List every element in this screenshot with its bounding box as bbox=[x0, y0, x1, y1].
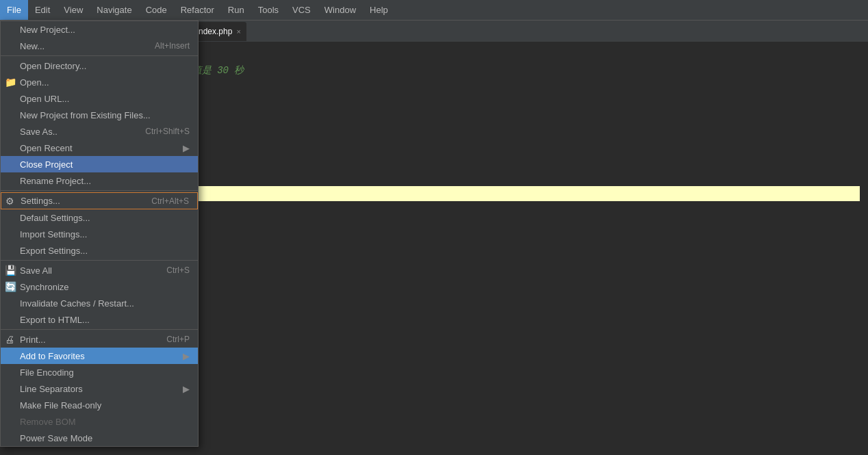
menu-new-project[interactable]: New Project... bbox=[1, 21, 198, 38]
menu-shortcut: Ctrl+Alt+S bbox=[151, 196, 189, 206]
separator bbox=[1, 190, 198, 191]
menu-label: Import Settings... bbox=[20, 229, 87, 239]
menu-export-html[interactable]: Export to HTML... bbox=[1, 311, 198, 328]
arrow-icon: ▶ bbox=[183, 143, 190, 153]
menu-file-encoding[interactable]: File Encoding bbox=[1, 364, 198, 380]
menu-power-save[interactable]: Power Save Mode bbox=[1, 430, 198, 446]
menu-label: Synchronize bbox=[20, 282, 69, 292]
menu-shortcut: Ctrl+P bbox=[166, 335, 190, 344]
menu-label: Save All bbox=[20, 265, 52, 276]
arrow-icon: ▶ bbox=[183, 351, 190, 361]
menubar: File Edit View Navigate Code Refactor Ru… bbox=[0, 0, 868, 21]
menu-new[interactable]: New... Alt+Insert bbox=[1, 38, 198, 54]
menu-label: Default Settings... bbox=[20, 213, 90, 223]
menu-open-recent[interactable]: Open Recent ▶ bbox=[1, 140, 198, 156]
menubar-item-view[interactable]: View bbox=[57, 0, 90, 20]
menu-label: Add to Favorites bbox=[20, 351, 85, 361]
menubar-item-refactor[interactable]: Refactor bbox=[174, 0, 221, 20]
menu-shortcut: Ctrl+Shift+S bbox=[145, 127, 190, 136]
menu-open[interactable]: 📁 Open... bbox=[1, 74, 198, 90]
menu-label: Open URL... bbox=[20, 94, 69, 104]
menu-default-settings[interactable]: Default Settings... bbox=[1, 209, 198, 226]
menu-close-project[interactable]: Close Project bbox=[1, 156, 198, 172]
menu-label: Power Save Mode bbox=[20, 433, 92, 443]
separator bbox=[1, 55, 198, 56]
menubar-item-navigate[interactable]: Navigate bbox=[90, 0, 138, 20]
menu-rename-project[interactable]: Rename Project... bbox=[1, 172, 198, 189]
menu-label: Save As.. bbox=[20, 127, 58, 137]
menubar-item-vcs[interactable]: VCS bbox=[285, 0, 318, 20]
menu-save-as[interactable]: Save As.. Ctrl+Shift+S bbox=[1, 123, 198, 140]
menu-label: New... bbox=[20, 41, 44, 51]
menu-label: Open Recent bbox=[20, 143, 73, 153]
sync-icon: 🔄 bbox=[5, 281, 16, 292]
menubar-item-help[interactable]: Help bbox=[363, 0, 395, 20]
menubar-item-code[interactable]: Code bbox=[139, 0, 174, 20]
menu-label: Open Directory... bbox=[20, 61, 86, 71]
menu-open-url[interactable]: Open URL... bbox=[1, 90, 198, 107]
arrow-icon: ▶ bbox=[183, 384, 190, 394]
save-icon: 💾 bbox=[5, 265, 16, 276]
menu-label: Remove BOM bbox=[20, 417, 76, 427]
file-menu: New Project... New... Alt+Insert Open Di… bbox=[0, 21, 199, 447]
menu-shortcut: Alt+Insert bbox=[155, 41, 190, 51]
file-dropdown: New Project... New... Alt+Insert Open Di… bbox=[0, 21, 199, 447]
menu-label: Open... bbox=[20, 77, 49, 88]
menu-import-settings[interactable]: Import Settings... bbox=[1, 226, 198, 242]
menubar-item-window[interactable]: Window bbox=[318, 0, 363, 20]
tab-label: index.php bbox=[196, 27, 232, 36]
menu-shortcut: Ctrl+S bbox=[166, 265, 190, 275]
menu-add-to-favorites[interactable]: Add to Favorites ▶ bbox=[1, 348, 198, 364]
menu-label: Rename Project... bbox=[20, 176, 91, 186]
menu-save-all[interactable]: 💾 Save All Ctrl+S bbox=[1, 262, 198, 278]
folder-icon: 📁 bbox=[5, 77, 16, 88]
menu-label: Invalidate Caches / Restart... bbox=[20, 298, 134, 309]
menu-invalidate-caches[interactable]: Invalidate Caches / Restart... bbox=[1, 295, 198, 311]
menu-remove-bom[interactable]: Remove BOM bbox=[1, 413, 198, 430]
print-icon: 🖨 bbox=[5, 334, 14, 345]
menu-label: File Encoding bbox=[20, 367, 74, 378]
menu-synchronize[interactable]: 🔄 Synchronize bbox=[1, 278, 198, 295]
menu-settings[interactable]: ⚙ Settings... Ctrl+Alt+S bbox=[1, 192, 198, 209]
menu-label: Line Separators bbox=[20, 384, 83, 394]
menu-new-from-existing[interactable]: New Project from Existing Files... bbox=[1, 107, 198, 123]
menu-label: Print... bbox=[20, 335, 46, 345]
separator bbox=[1, 260, 198, 261]
menu-export-settings[interactable]: Export Settings... bbox=[1, 242, 198, 259]
separator bbox=[1, 329, 198, 330]
menu-label: New Project from Existing Files... bbox=[20, 110, 151, 120]
menubar-item-edit[interactable]: Edit bbox=[28, 0, 57, 20]
menu-label: Make File Read-only bbox=[20, 400, 101, 411]
menu-label: Export Settings... bbox=[20, 246, 88, 256]
tab-close-index[interactable]: × bbox=[236, 27, 240, 36]
gear-icon: ⚙ bbox=[5, 196, 14, 207]
menu-make-read-only[interactable]: Make File Read-only bbox=[1, 397, 198, 413]
menubar-item-file[interactable]: File bbox=[0, 0, 28, 20]
menu-label: New Project... bbox=[20, 25, 75, 35]
menubar-item-run[interactable]: Run bbox=[221, 0, 251, 20]
menu-label: Export to HTML... bbox=[20, 315, 90, 325]
menu-line-separators[interactable]: Line Separators ▶ bbox=[1, 380, 198, 397]
menu-label: Close Project bbox=[20, 159, 73, 170]
menu-print[interactable]: 🖨 Print... Ctrl+P bbox=[1, 331, 198, 348]
menubar-item-tools[interactable]: Tools bbox=[251, 0, 285, 20]
menu-open-directory[interactable]: Open Directory... bbox=[1, 57, 198, 74]
menu-label: Settings... bbox=[21, 196, 60, 206]
